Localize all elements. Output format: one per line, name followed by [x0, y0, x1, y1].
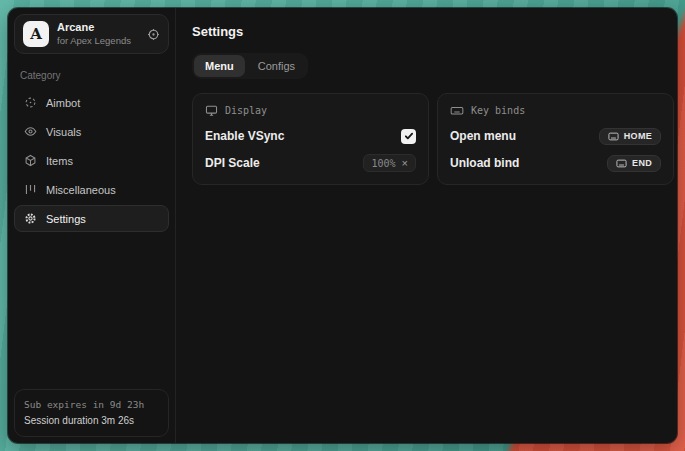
open-menu-keybind-button[interactable]: HOME — [599, 128, 661, 145]
page-title: Settings — [192, 24, 674, 39]
sidebar-item-label: Visuals — [46, 126, 81, 138]
sidebar-item-aimbot[interactable]: Aimbot — [14, 89, 169, 116]
main-panel: Settings Menu Configs Display — [176, 8, 677, 443]
display-card: Display Enable VSync DPI Scale — [192, 93, 429, 185]
open-menu-key-label: HOME — [624, 131, 652, 141]
sidebar: A Arcane for Apex Legends Category — [8, 8, 176, 443]
columns-icon — [23, 183, 37, 196]
keyboard-icon — [450, 104, 464, 117]
brand-card: A Arcane for Apex Legends — [14, 14, 169, 54]
keybinds-card-header: Key binds — [450, 104, 661, 117]
app-window: A Arcane for Apex Legends Category — [8, 8, 677, 443]
display-card-title: Display — [225, 105, 267, 116]
open-menu-label: Open menu — [450, 129, 516, 143]
category-label: Category — [20, 70, 163, 81]
sidebar-item-miscellaneous[interactable]: Miscellaneous — [14, 176, 169, 203]
crosshair-icon — [23, 96, 37, 109]
eye-icon — [23, 125, 37, 138]
vsync-row: Enable VSync — [205, 127, 416, 145]
sidebar-item-label: Miscellaneous — [46, 184, 116, 196]
cube-icon — [23, 154, 37, 167]
dpi-row: DPI Scale 100% × — [205, 154, 416, 172]
dpi-scale-value: 100% — [371, 158, 395, 169]
app-title: Arcane — [57, 21, 139, 35]
app-logo: A — [23, 21, 49, 47]
sub-expires-text: Sub expires in 9d 23h — [24, 398, 159, 413]
brand-text: Arcane for Apex Legends — [57, 21, 139, 47]
sidebar-nav: Aimbot Visuals Items — [14, 89, 169, 232]
sidebar-item-visuals[interactable]: Visuals — [14, 118, 169, 145]
sidebar-item-label: Items — [46, 155, 73, 167]
sidebar-item-items[interactable]: Items — [14, 147, 169, 174]
monitor-icon — [205, 104, 218, 117]
session-card: Sub expires in 9d 23h Session duration 3… — [14, 389, 169, 437]
vsync-checkbox[interactable] — [401, 129, 416, 144]
sidebar-item-label: Settings — [46, 213, 86, 225]
open-menu-row: Open menu HOME — [450, 127, 661, 145]
keybinds-card: Key binds Open menu HOME — [437, 93, 674, 185]
unload-key-label: END — [632, 158, 652, 168]
unload-keybind-button[interactable]: END — [607, 155, 661, 172]
keyboard-icon — [608, 132, 619, 141]
unload-bind-row: Unload bind END — [450, 154, 661, 172]
tab-group: Menu Configs — [192, 53, 308, 79]
unload-bind-label: Unload bind — [450, 156, 519, 170]
keyboard-icon — [616, 159, 627, 168]
clear-icon[interactable]: × — [402, 158, 408, 169]
sidebar-item-settings[interactable]: Settings — [14, 205, 169, 232]
app-subtitle: for Apex Legends — [57, 35, 139, 47]
target-icon[interactable] — [147, 28, 160, 41]
tab-menu[interactable]: Menu — [194, 55, 245, 77]
dpi-scale-input[interactable]: 100% × — [363, 154, 416, 172]
dpi-label: DPI Scale — [205, 156, 260, 170]
settings-cards: Display Enable VSync DPI Scale — [192, 93, 674, 185]
tab-configs[interactable]: Configs — [247, 55, 306, 77]
session-duration-text: Session duration 3m 26s — [24, 413, 159, 429]
check-icon — [404, 131, 414, 141]
keybinds-card-title: Key binds — [471, 105, 525, 116]
display-card-header: Display — [205, 104, 416, 117]
gear-icon — [23, 212, 37, 225]
sidebar-item-label: Aimbot — [46, 97, 80, 109]
vsync-label: Enable VSync — [205, 129, 284, 143]
